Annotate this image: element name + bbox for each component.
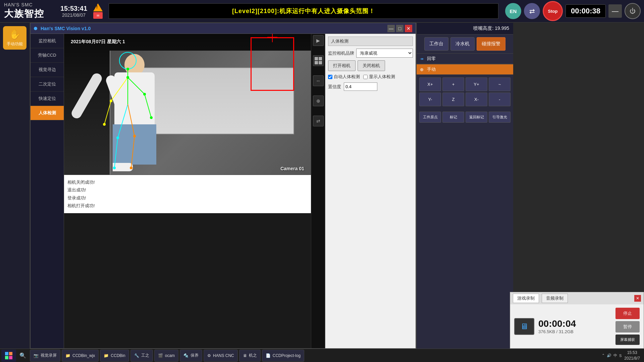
close-camera-button[interactable]: 关闭相机 xyxy=(358,60,385,71)
y-plus-button[interactable]: Y+ xyxy=(466,77,487,91)
zoom-fit-button[interactable]: ⊕ xyxy=(313,96,324,106)
record-pause-button[interactable]: 暂停 xyxy=(615,321,640,333)
taskbar-label-machine: 机之 xyxy=(249,353,257,358)
power-button[interactable]: ⏻ xyxy=(625,3,641,19)
nav-item-secondary-pos[interactable]: 二次定位 xyxy=(31,77,64,92)
record-body: 🖥 00:00:04 376.5KB / 31.2GB 停止 暂停 屏幕捕获 xyxy=(510,304,644,348)
coolant-button[interactable]: 冷水机 xyxy=(450,37,475,51)
machine-icon: 🖥 xyxy=(243,353,247,358)
pan-button[interactable]: ⇄ xyxy=(313,116,324,126)
tray-icon-2: 🔊 xyxy=(607,353,611,358)
open-camera-button[interactable]: 打开相机 xyxy=(328,60,356,71)
taskbar-item-ccdbin[interactable]: 📁 CCDBin xyxy=(100,350,129,362)
camera-main: 2021年08月07日 星期六 1 Camera 01 相机关闭成功! 退出成功… xyxy=(64,34,311,348)
taskbar-label-ccdlog: CCDProject-log xyxy=(273,353,301,358)
taskbar-item-vision[interactable]: 📷 视觉录屏 xyxy=(30,350,60,362)
worktable-button[interactable]: 工作台 xyxy=(424,37,448,51)
crosshair-vertical xyxy=(272,34,273,42)
tray-icon-1: ⌃ xyxy=(602,353,605,358)
log-line-4: 相机打开成功! xyxy=(67,202,308,209)
manual-label: 手动 xyxy=(427,66,436,72)
checkbox-row: 自动人体检测 显示人体检测 xyxy=(328,74,413,80)
y-minus-button[interactable]: Y- xyxy=(419,93,441,106)
camera-action-row: 打开相机 关闭相机 xyxy=(328,60,413,71)
return-mark-button[interactable]: 返回标记 xyxy=(466,112,487,123)
nav-item-side-ccd[interactable]: 旁轴CCD xyxy=(31,48,64,63)
show-detect-checkbox-label[interactable]: 显示人体检测 xyxy=(363,74,395,80)
nav-item-fast-pos[interactable]: 快速定位 xyxy=(31,92,64,106)
vision-controls: — □ ✕ xyxy=(387,25,412,32)
camera-brand-row: 监控相机品牌 海康威视 xyxy=(328,49,413,58)
taskbar-item-ccdbinwjx[interactable]: 📁 CCDBin_wjx xyxy=(62,350,99,362)
grid-view-button[interactable] xyxy=(313,55,324,66)
vision-maximize-button[interactable]: □ xyxy=(396,25,404,32)
x-minus-button[interactable]: X- xyxy=(466,93,487,106)
x-plus-button[interactable]: X+ xyxy=(419,77,441,91)
cnc-icon: ⚙ xyxy=(207,353,211,358)
tab-game-record[interactable]: 游戏录制 xyxy=(513,294,539,303)
plus-button[interactable]: + xyxy=(442,77,464,91)
switch-button[interactable]: ⇄ xyxy=(524,3,540,19)
auto-detect-checkbox[interactable] xyxy=(328,75,332,79)
vision-dot xyxy=(34,27,37,30)
search-button[interactable]: 🔍 xyxy=(17,350,29,362)
manual-function-button[interactable]: ✋ 手动功能 xyxy=(3,26,26,50)
confidence-label: 置信度 xyxy=(328,84,341,90)
taskbar-item-machine[interactable]: 🖥 机之 xyxy=(239,350,261,362)
record-size: 376.5KB / 31.2GB xyxy=(538,329,609,334)
logo-top: HAN'S SMC xyxy=(4,2,53,7)
log-area: 相机关闭成功! 退出成功! 登录成功! 相机打开成功! xyxy=(64,175,311,213)
vision-minimize-button[interactable]: — xyxy=(387,25,395,32)
manual-icon: ⊕ xyxy=(420,67,424,72)
panel-section-title: 人体检测 xyxy=(328,37,413,46)
vision-titlebar: Han's SMC Vision v1.0 — □ ✕ xyxy=(31,23,416,34)
minimize-button[interactable]: — xyxy=(608,4,622,18)
mark-button[interactable]: 标记 xyxy=(442,112,464,123)
nav-item-human-detect[interactable]: 人体检测 xyxy=(31,106,64,120)
taskbar-label-ccdbin: CCDBin xyxy=(111,353,125,358)
bottom-nav-buttons: 工件原点 标记 返回标记 引导激光 xyxy=(417,109,513,125)
language-button[interactable]: EN xyxy=(505,3,521,19)
minus-button[interactable]: - xyxy=(489,93,511,106)
nav-item-edge-find[interactable]: 视觉寻边 xyxy=(31,63,64,77)
grid-icon xyxy=(315,57,322,64)
tilde-button[interactable]: ~ xyxy=(489,77,511,91)
nav-item-monitor[interactable]: 监控相机 xyxy=(31,34,64,48)
stop-button[interactable]: Stop xyxy=(543,1,563,21)
record-stop-button[interactable]: 停止 xyxy=(615,308,640,319)
alert-icons: ! ✉ xyxy=(91,3,105,19)
clock-time: 15:53:41 xyxy=(60,5,87,12)
taskbar-item-ccdlog[interactable]: 📄 CCDProject-log xyxy=(262,350,304,362)
taskbar-item-hanscnc[interactable]: ⚙ HANS CNC xyxy=(204,350,238,362)
vision-title: Han's SMC Vision v1.0 xyxy=(41,26,384,31)
show-detect-checkbox[interactable] xyxy=(363,75,368,79)
taskbar-item-tool[interactable]: 🔧 工之 xyxy=(130,350,153,362)
taskbar-item-ocam[interactable]: 🎬 ocam xyxy=(154,350,178,362)
grid-cell xyxy=(315,61,318,64)
workpiece-origin-button[interactable]: 工件原点 xyxy=(419,112,441,123)
auto-detect-checkbox-label[interactable]: 自动人体检测 xyxy=(328,74,360,80)
guide-laser-button[interactable]: 引导激光 xyxy=(489,112,511,123)
cnc-control-panel: 喷嘴高度: 19.995 工作台 冷水机 碰撞报警 ↠ 回零 ⊕ 手动 X+ +… xyxy=(416,23,513,349)
camera-side-controls: ▶ ↔ ⊕ xyxy=(311,34,325,348)
vision-close-button[interactable]: ✕ xyxy=(405,25,412,32)
windows-icon xyxy=(5,352,12,359)
vision-center: 2021年08月07日 星期六 1 Camera 01 相机关闭成功! 退出成功… xyxy=(64,34,325,348)
timer-display: 00:00:38 xyxy=(566,4,606,18)
svg-rect-23 xyxy=(9,356,12,359)
start-button[interactable] xyxy=(1,350,16,362)
camera-brand-select[interactable]: 海康威视 xyxy=(356,49,413,58)
z-button[interactable]: Z xyxy=(442,93,464,106)
tab-audio-record[interactable]: 音频录制 xyxy=(542,294,568,303)
record-capture-button[interactable]: 屏幕捕获 xyxy=(615,335,640,345)
vision-body: 监控相机 旁轴CCD 视觉寻边 二次定位 快速定位 人体检测 xyxy=(31,34,416,348)
arrows-button[interactable]: ↔ xyxy=(313,75,324,86)
collision-button[interactable]: 碰撞报警 xyxy=(477,37,505,51)
top-bar: HAN'S SMC 大族智控 15:53:41 2021/08/07 ! ✉ [… xyxy=(0,0,644,23)
confidence-input[interactable] xyxy=(344,82,377,91)
taskbar-item-maintenance[interactable]: 🔩 保养 xyxy=(180,350,202,362)
play-button[interactable]: ▶ xyxy=(313,35,324,46)
vision-window: Han's SMC Vision v1.0 — □ ✕ 监控相机 旁轴CCD 视… xyxy=(30,23,416,349)
record-close-button[interactable]: ✕ xyxy=(634,295,641,302)
manual-section: ⊕ 手动 xyxy=(417,64,513,75)
